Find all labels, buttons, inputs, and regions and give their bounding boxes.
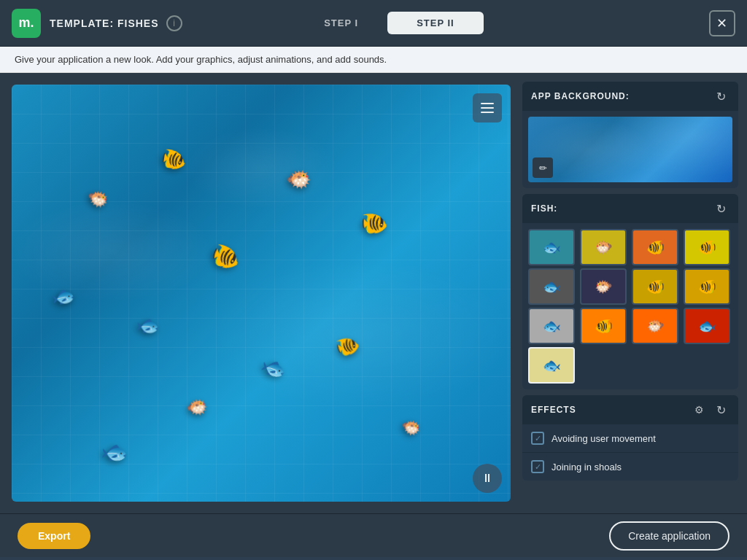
- steps-container: STEP I STEP II: [295, 12, 484, 34]
- canvas-background: ⏸ 🐠🐡🐟🐠🐟🐡🐠🐟🐡🐠🐟🐡: [12, 85, 511, 502]
- canvas-fish-8: 🐡: [399, 416, 422, 439]
- app-background-label: APP BACKGROUND:: [531, 91, 630, 101]
- canvas-fish-3: 🐠: [360, 209, 389, 236]
- canvas-fish-9: 🐠: [333, 332, 363, 361]
- fish-cell-yellow-fish[interactable]: 🐠: [684, 229, 730, 265]
- fish-cell-yellow-fish-2[interactable]: 🐠: [632, 268, 678, 305]
- app-background-header: APP BACKGROUND: ↻: [522, 82, 738, 111]
- effect-item-1: ✓Joining in shoals: [522, 453, 738, 481]
- app-background-preview: ✏: [528, 117, 732, 182]
- effects-list: ✓Avoiding user movement✓Joining in shoal…: [522, 424, 738, 481]
- app-background-section: APP BACKGROUND: ↻ ✏: [522, 82, 738, 188]
- template-title: TEMPLATE: FISHES: [50, 18, 159, 29]
- fish-grid: 🐟🐡🐠🐠🐟🐡🐠🐠🐟🐠🐡🐟🐟: [522, 223, 738, 389]
- canvas-fish-0: 🐠: [208, 240, 243, 274]
- canvas-fish-6: 🐠: [160, 146, 188, 174]
- canvas-fish-1: 🐡: [285, 166, 314, 195]
- logo: m.: [12, 9, 41, 38]
- pause-button[interactable]: ⏸: [473, 464, 502, 493]
- create-application-button[interactable]: Create application: [609, 521, 729, 551]
- refresh-icon: ↻: [716, 90, 726, 104]
- fish-cell-pale-fish[interactable]: 🐟: [528, 347, 575, 384]
- effects-refresh-button[interactable]: ↻: [712, 401, 729, 419]
- effect-checkbox-1[interactable]: ✓: [531, 460, 544, 473]
- canvas-fish-11: 🐡: [84, 187, 110, 212]
- bottom-bar: Export Create application: [0, 513, 747, 557]
- fish-cell-tan-fish[interactable]: 🐠: [684, 268, 730, 305]
- fish-refresh-icon: ↻: [716, 202, 726, 216]
- subtitle-text: Give your application a new look. Add yo…: [15, 54, 387, 65]
- edit-icon: ✏: [539, 163, 547, 174]
- effects-header: EFFECTS ⚙ ↻: [522, 395, 738, 424]
- fish-section-label: FISH:: [531, 203, 557, 214]
- effect-item-0: ✓Avoiding user movement: [522, 424, 738, 453]
- fish-cell-orange-fish[interactable]: 🐠: [632, 229, 678, 265]
- close-button[interactable]: ✕: [709, 10, 735, 36]
- gear-icon: ⚙: [694, 404, 704, 416]
- edit-background-button[interactable]: ✏: [533, 158, 553, 178]
- canvas-fish-2: 🐟: [136, 313, 161, 338]
- fish-section: FISH: ↻ 🐟🐡🐠🐠🐟🐡🐠🐠🐟🐠🐡🐟🐟: [522, 194, 738, 389]
- canvas-fish-10: 🐟: [101, 438, 130, 466]
- fish-section-header-icons: ↻: [712, 200, 729, 217]
- effect-checkbox-0[interactable]: ✓: [531, 432, 544, 445]
- fish-cell-purple-fish[interactable]: 🐡: [580, 268, 627, 305]
- fish-cell-clownfish-2[interactable]: 🐡: [632, 308, 678, 344]
- close-icon: ✕: [716, 15, 727, 31]
- fish-cell-blue-striped-fish[interactable]: 🐟: [528, 229, 575, 265]
- step2-button[interactable]: STEP II: [387, 12, 484, 34]
- fish-cell-striped-dark-fish[interactable]: 🐟: [528, 268, 575, 305]
- main-content: ⏸ 🐠🐡🐟🐠🐟🐡🐠🐟🐡🐠🐟🐡 APP BACKGROUND: ↻ ✏: [0, 73, 747, 513]
- subtitle-bar: Give your application a new look. Add yo…: [0, 47, 747, 73]
- effects-header-icons: ⚙ ↻: [690, 401, 729, 419]
- menu-line-3: [481, 112, 494, 113]
- effect-label-0: Avoiding user movement: [551, 433, 656, 444]
- fish-cell-red-fish[interactable]: 🐟: [684, 308, 730, 344]
- fish-cell-yellow-box-fish[interactable]: 🐡: [580, 229, 627, 265]
- menu-line-2: [481, 107, 494, 109]
- logo-text: m.: [18, 15, 34, 31]
- effects-refresh-icon: ↻: [716, 403, 726, 417]
- canvas-fish-5: 🐡: [184, 395, 210, 421]
- fish-cell-white-fish[interactable]: 🐟: [528, 308, 575, 344]
- right-panel: APP BACKGROUND: ↻ ✏ FISH: ↻: [522, 73, 747, 513]
- fish-refresh-button[interactable]: ↻: [712, 200, 729, 217]
- canvas-area: ⏸ 🐠🐡🐟🐠🐟🐡🐠🐟🐡🐠🐟🐡: [12, 85, 511, 502]
- header: m. TEMPLATE: FISHES i STEP I STEP II ✕: [0, 0, 747, 47]
- step1-button[interactable]: STEP I: [295, 12, 387, 34]
- app-background-header-icons: ↻: [712, 88, 729, 105]
- menu-icon-button[interactable]: [473, 93, 502, 122]
- export-button[interactable]: Export: [18, 523, 90, 549]
- effects-section: EFFECTS ⚙ ↻ ✓Avoiding user movement✓Join…: [522, 395, 738, 481]
- menu-line-1: [481, 103, 494, 104]
- info-icon[interactable]: i: [166, 15, 182, 31]
- pause-icon: ⏸: [481, 472, 493, 485]
- effect-label-1: Joining in shoals: [551, 462, 622, 472]
- canvas-fish-7: 🐟: [50, 283, 77, 308]
- fish-section-header: FISH: ↻: [522, 194, 738, 223]
- canvas-fish-4: 🐟: [258, 352, 290, 384]
- effects-gear-button[interactable]: ⚙: [690, 401, 708, 419]
- app-background-refresh-button[interactable]: ↻: [712, 88, 729, 105]
- fish-cell-clownfish-1[interactable]: 🐠: [580, 308, 627, 344]
- effects-label: EFFECTS: [531, 405, 576, 415]
